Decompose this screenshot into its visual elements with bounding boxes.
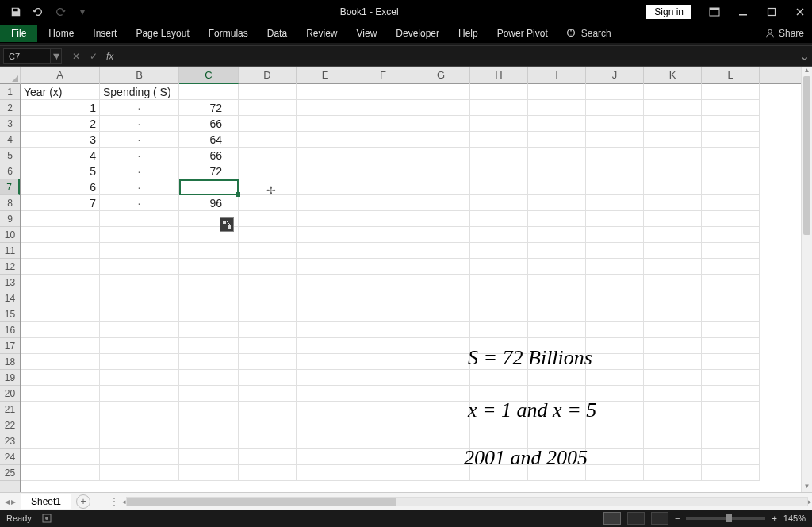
cell-C20[interactable] <box>179 386 239 402</box>
view-normal-button[interactable] <box>603 512 621 525</box>
cell-D10[interactable] <box>239 227 297 243</box>
column-header-H[interactable]: H <box>470 67 528 84</box>
cell-G20[interactable] <box>412 386 470 402</box>
cell-J12[interactable] <box>586 259 644 275</box>
cell-B17[interactable] <box>100 338 179 354</box>
row-header-1[interactable]: 1 <box>0 84 20 100</box>
cell-K24[interactable] <box>644 449 702 465</box>
cell-C23[interactable] <box>179 433 239 449</box>
cell-L23[interactable] <box>702 433 760 449</box>
cell-E7[interactable] <box>297 179 354 195</box>
cell-H11[interactable] <box>470 243 528 259</box>
cell-D22[interactable] <box>239 417 297 433</box>
cell-C13[interactable] <box>179 275 239 290</box>
cell-J25[interactable] <box>586 465 644 481</box>
cell-E10[interactable] <box>297 227 354 243</box>
row-header-6[interactable]: 6 <box>0 163 20 179</box>
cell-G23[interactable] <box>412 433 470 449</box>
row-header-4[interactable]: 4 <box>0 132 20 148</box>
cell-J2[interactable] <box>586 100 644 116</box>
cell-E12[interactable] <box>297 259 354 275</box>
cell-E8[interactable] <box>297 195 354 211</box>
cell-B10[interactable] <box>100 227 179 243</box>
column-header-C[interactable]: C <box>179 67 239 84</box>
row-header-23[interactable]: 23 <box>0 433 20 449</box>
cell-J14[interactable] <box>586 290 644 306</box>
cell-I19[interactable] <box>528 370 586 386</box>
cell-A18[interactable] <box>21 354 100 370</box>
cell-D24[interactable] <box>239 449 297 465</box>
save-button[interactable] <box>6 2 25 21</box>
cell-G3[interactable] <box>412 116 470 132</box>
fx-button[interactable]: fx <box>106 51 113 62</box>
cell-D16[interactable] <box>239 322 297 338</box>
cell-L3[interactable] <box>702 116 760 132</box>
cell-G2[interactable] <box>412 100 470 116</box>
cell-L6[interactable] <box>702 163 760 179</box>
vertical-scrollbar[interactable]: ▲ ▼ <box>801 67 812 492</box>
cell-E18[interactable] <box>297 354 354 370</box>
cell-A10[interactable] <box>21 227 100 243</box>
cell-F22[interactable] <box>354 417 412 433</box>
cell-G9[interactable] <box>412 211 470 227</box>
cell-F25[interactable] <box>354 465 412 481</box>
cell-I15[interactable] <box>528 306 586 322</box>
cell-F14[interactable] <box>354 290 412 306</box>
row-header-7[interactable]: 7 <box>0 179 20 195</box>
cell-D18[interactable] <box>239 354 297 370</box>
tab-insert[interactable]: Insert <box>83 25 126 42</box>
cell-K23[interactable] <box>644 433 702 449</box>
share-button[interactable]: Share <box>764 28 804 39</box>
cell-G14[interactable] <box>412 290 470 306</box>
column-header-K[interactable]: K <box>644 67 702 84</box>
cell-I8[interactable] <box>528 195 586 211</box>
cell-C19[interactable] <box>179 370 239 386</box>
cell-E16[interactable] <box>297 322 354 338</box>
cell-I1[interactable] <box>528 84 586 100</box>
view-page-layout-button[interactable] <box>627 512 645 525</box>
cell-E13[interactable] <box>297 275 354 290</box>
cell-F2[interactable] <box>354 100 412 116</box>
cell-G12[interactable] <box>412 259 470 275</box>
vscroll-thumb[interactable] <box>803 76 810 235</box>
cell-H3[interactable] <box>470 116 528 132</box>
undo-button[interactable] <box>29 2 48 21</box>
cell-C14[interactable] <box>179 290 239 306</box>
cell-B16[interactable] <box>100 322 179 338</box>
cell-F24[interactable] <box>354 449 412 465</box>
cell-J10[interactable] <box>586 227 644 243</box>
cell-I10[interactable] <box>528 227 586 243</box>
sheet-tab-sheet1[interactable]: Sheet1 <box>21 494 71 509</box>
cell-I4[interactable] <box>528 132 586 148</box>
row-header-22[interactable]: 22 <box>0 417 20 433</box>
cell-D6[interactable] <box>239 163 297 179</box>
zoom-in-button[interactable]: + <box>772 514 776 523</box>
tab-power-pivot[interactable]: Power Pivot <box>488 25 557 42</box>
cell-D25[interactable] <box>239 465 297 481</box>
cell-D12[interactable] <box>239 259 297 275</box>
cell-B4[interactable]: ·64 <box>100 132 179 148</box>
cell-A3[interactable]: 2 <box>21 116 100 132</box>
hscroll-thumb[interactable] <box>127 498 396 506</box>
qat-customize[interactable]: ▾ <box>73 2 92 21</box>
cell-E1[interactable] <box>297 84 354 100</box>
cell-L13[interactable] <box>702 275 760 290</box>
cell-D5[interactable] <box>239 148 297 163</box>
cell-E24[interactable] <box>297 449 354 465</box>
cell-D23[interactable] <box>239 433 297 449</box>
cell-G15[interactable] <box>412 306 470 322</box>
cell-H9[interactable] <box>470 211 528 227</box>
cell-A2[interactable]: 1 <box>21 100 100 116</box>
cell-B22[interactable] <box>100 417 179 433</box>
cell-I13[interactable] <box>528 275 586 290</box>
close-button[interactable] <box>788 0 812 24</box>
cell-K25[interactable] <box>644 465 702 481</box>
cell-G21[interactable] <box>412 402 470 417</box>
formula-input[interactable] <box>118 48 796 64</box>
cell-L7[interactable] <box>702 179 760 195</box>
cell-G6[interactable] <box>412 163 470 179</box>
cell-A7[interactable]: 6 <box>21 179 100 195</box>
cell-K9[interactable] <box>644 211 702 227</box>
cell-A1[interactable]: Year (x) <box>21 84 100 100</box>
zoom-out-button[interactable]: − <box>675 514 680 523</box>
